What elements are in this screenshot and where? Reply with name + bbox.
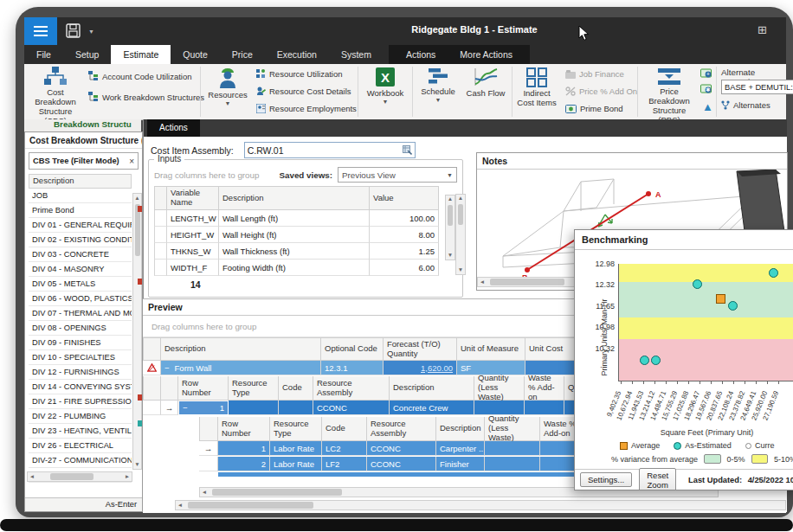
data-point-average[interactable] bbox=[716, 294, 725, 304]
assembly-lookup-icon[interactable] bbox=[403, 145, 412, 155]
restore-window-icon[interactable]: ⊞ bbox=[758, 23, 767, 36]
cbs-tree-tab[interactable]: CBS Tree (Filter Mode) × bbox=[29, 152, 139, 170]
inputs-grid-row[interactable]: LENGTH_WWall Length (ft)100.00 bbox=[154, 210, 462, 227]
inputs-col-value[interactable]: Value bbox=[370, 186, 439, 210]
menu-tab-system[interactable]: System bbox=[329, 45, 384, 64]
cbs-tree-row[interactable]: DIV-27 - COMMUNICATIONS bbox=[29, 453, 132, 468]
menu-tab-setup[interactable]: Setup bbox=[63, 45, 111, 64]
level1-col-2[interactable]: Code bbox=[279, 376, 313, 401]
settings-button[interactable]: Settings... bbox=[580, 472, 632, 487]
input-value[interactable]: 1.25 bbox=[370, 243, 439, 260]
level2-col-2[interactable]: Code bbox=[322, 417, 367, 441]
account-code-utilization-button[interactable]: Account Code Utilization bbox=[88, 71, 192, 81]
menu-tab-file[interactable]: File bbox=[24, 45, 63, 64]
job-finance-button[interactable]: Job Finance bbox=[565, 69, 624, 79]
level1-col-4[interactable]: Description bbox=[390, 376, 474, 401]
cbs-tree-row[interactable]: DIV 01 - GENERAL REQUIRE... bbox=[29, 218, 132, 233]
preview-col-optional-code[interactable]: Optional Code bbox=[321, 337, 384, 361]
sidebar-horizontal-scrollbar[interactable]: ◄ ► bbox=[27, 471, 132, 482]
menu-tab-actions[interactable]: Actions bbox=[394, 45, 448, 64]
chart-plot-area[interactable] bbox=[618, 264, 793, 381]
input-value[interactable]: 100.00 bbox=[370, 210, 439, 227]
alternates-button[interactable]: Alternates bbox=[721, 100, 770, 110]
pbs-mini-icon-2[interactable]: ✱ bbox=[700, 83, 712, 96]
dialog-actions-tab[interactable]: Actions bbox=[147, 119, 200, 137]
cbs-tree-row[interactable]: DIV 23 - HEATING, VENTILA... bbox=[29, 424, 132, 439]
inputs-col-description[interactable]: Description bbox=[219, 186, 370, 210]
level1-col-6[interactable]: Waste % Add-on bbox=[525, 376, 564, 401]
preview-col-uom[interactable]: Unit of Measure bbox=[457, 337, 525, 361]
benchmarking-chart[interactable]: Primary Units/ Man-Hr 12.9812.3211.6510.… bbox=[575, 250, 793, 454]
inputs-col-variable-name[interactable]: Variable Name bbox=[167, 186, 219, 210]
cbs-tree-row[interactable]: DIV 03 - CONCRETE bbox=[29, 247, 132, 262]
cbs-tree-row[interactable]: DIV 10 - SPECIALTIES bbox=[29, 350, 132, 365]
benchmarking-panel[interactable]: Benchmarking Primary Units/ Man-Hr 12.98… bbox=[574, 229, 793, 490]
inputs-grid-row[interactable]: THKNS_WWall Thickness (ft)1.25 bbox=[154, 243, 462, 260]
cbs-tree-row[interactable]: DIV 08 - OPENINGS bbox=[29, 321, 132, 336]
level1-col-0[interactable]: Row Number bbox=[178, 376, 229, 401]
menu-tab-quote[interactable]: Quote bbox=[171, 45, 220, 64]
resource-cost-details-button[interactable]: Resource Cost Details bbox=[256, 87, 351, 96]
close-icon[interactable]: × bbox=[129, 157, 134, 166]
prime-bond-button[interactable]: Prime Bond bbox=[565, 104, 623, 113]
level1-col-5[interactable]: Quantity (Less Waste) bbox=[474, 376, 525, 401]
preview-col-description[interactable]: Description bbox=[161, 337, 321, 361]
cbs-tree-row[interactable]: DIV 14 - CONVEYING SYSTEMS bbox=[29, 380, 132, 394]
cbs-button[interactable]: Cost Breakdown Structure (CBS) bbox=[28, 66, 83, 118]
resource-utilization-button[interactable]: Resource Utilization bbox=[256, 69, 342, 79]
cbs-tree-row[interactable]: DIV 21 - FIRE SUPRESSION bbox=[29, 394, 132, 409]
quick-access-caret-icon[interactable]: ▼ bbox=[88, 29, 94, 35]
menu-tab-more-actions[interactable]: More Actions bbox=[448, 45, 525, 64]
inputs-grid-row[interactable]: HEIGHT_WWall Height (ft)8.00 bbox=[154, 227, 462, 243]
data-point-as-estimated[interactable] bbox=[640, 356, 649, 365]
menu-tab-estimate[interactable]: Estimate bbox=[111, 45, 171, 64]
hamburger-menu-button[interactable] bbox=[24, 17, 57, 45]
schedule-button[interactable]: Schedule ▼ bbox=[416, 67, 461, 103]
cbs-tree-row[interactable]: DIV 09 - FINISHES bbox=[29, 336, 132, 350]
cost-item-assembly-input[interactable]: C.RW.01 bbox=[244, 142, 416, 158]
forecast-qty-link[interactable]: 1,620.00 bbox=[421, 363, 453, 373]
cone-icon[interactable]: ▲ bbox=[702, 101, 713, 112]
cbs-tree-row[interactable]: DIV 07 - THERMAL AND MOI... bbox=[29, 306, 132, 321]
menu-tab-price[interactable]: Price bbox=[220, 45, 265, 64]
cbs-tree-row[interactable]: DIV 05 - METALS bbox=[29, 277, 132, 292]
preview-horizontal-scrollbar[interactable]: ◄ bbox=[175, 500, 786, 510]
level2-col-4[interactable]: Description bbox=[436, 417, 485, 441]
form-wall-expander[interactable]: − bbox=[164, 363, 170, 373]
inputs-grid-row[interactable]: WIDTH_FFooting Width (ft)6.00 bbox=[154, 260, 462, 276]
menu-tab-execution[interactable]: Execution bbox=[265, 45, 329, 64]
cash-flow-button[interactable]: Cash Flow bbox=[462, 67, 509, 99]
level2-col-0[interactable]: Row Number bbox=[218, 417, 270, 441]
input-value[interactable]: 8.00 bbox=[370, 227, 439, 243]
saved-views-select[interactable]: Previous View ▼ bbox=[338, 167, 457, 183]
indirect-cost-items-button[interactable]: Indirect Cost Items bbox=[514, 67, 559, 108]
cbs-tree-row[interactable]: DIV 04 - MASONRY bbox=[29, 262, 132, 277]
resources-button[interactable]: Resources ▼ bbox=[203, 67, 252, 106]
pbs-button[interactable]: Price Breakdown Structure (PBS) bbox=[641, 67, 698, 125]
level2-col-3[interactable]: Resource Assembly bbox=[367, 417, 436, 441]
reset-zoom-button[interactable]: Reset Zoom bbox=[639, 468, 676, 491]
resource-employments-button[interactable]: Resource Employments bbox=[256, 104, 357, 113]
cbs-tree-row[interactable]: DIV 26 - ELECTRICAL bbox=[29, 439, 132, 453]
input-value[interactable]: 6.00 bbox=[370, 260, 439, 276]
cbs-tree-row[interactable]: DIV 02 - EXISTING CONDITI... bbox=[29, 233, 132, 247]
data-point-as-estimated[interactable] bbox=[651, 356, 661, 365]
price-add-on-button[interactable]: Price % Add On bbox=[565, 87, 637, 96]
pbs-mini-icon-1[interactable]: + bbox=[700, 67, 712, 80]
work-breakdown-structures-button[interactable]: Work Breakdown Structures bbox=[88, 92, 204, 102]
workbook-button[interactable]: X Workbook ▼ bbox=[362, 67, 409, 105]
save-button[interactable] bbox=[66, 23, 81, 40]
level2-col-5[interactable]: Quantity (Less Waste) bbox=[485, 417, 540, 441]
cbs-tree-row[interactable]: Prime Bond bbox=[29, 203, 132, 218]
dialog-vertical-scrollbar[interactable]: ▲ ▼ bbox=[455, 194, 466, 275]
level1-col-1[interactable]: Resource Type bbox=[229, 376, 279, 401]
sidebar-column-header[interactable]: Description bbox=[29, 174, 132, 189]
level1-col-3[interactable]: Resource Assembly bbox=[313, 376, 390, 401]
level2-col-1[interactable]: Resource Type bbox=[270, 417, 322, 441]
cbs-tree-row[interactable]: JOB bbox=[29, 189, 132, 203]
inputs-vertical-scrollbar[interactable]: ▲ ▼ bbox=[445, 195, 455, 260]
alternate-scenario-select[interactable]: BASE + DEMUTIL: Dem... bbox=[721, 80, 793, 94]
cbs-tree-row[interactable]: DIV 22 - PLUMBING bbox=[29, 409, 132, 424]
preview-col-forecast-qty[interactable]: Forecast (T/O) Quantity bbox=[384, 337, 457, 361]
cbs-tree-row[interactable]: DIV 12 - FURNISHINGS bbox=[29, 365, 132, 380]
